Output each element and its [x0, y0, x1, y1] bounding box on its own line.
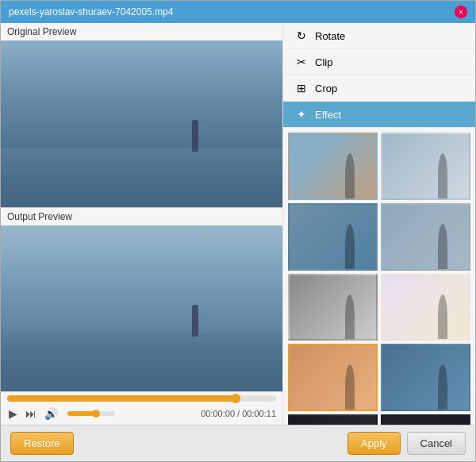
cancel-button[interactable]: Cancel	[407, 432, 466, 455]
scene-water-orig	[1, 148, 282, 206]
time-display: 00:00:00 / 00:00:11	[201, 409, 276, 418]
effect-label: Effect	[315, 109, 341, 121]
progress-bar[interactable]	[7, 395, 276, 402]
play-button[interactable]: ▶	[7, 406, 19, 422]
crop-label: Crop	[315, 83, 337, 94]
clip-label: Clip	[315, 56, 332, 68]
rotate-label: Rotate	[315, 30, 345, 42]
effect-section: Level:	[283, 128, 475, 425]
effect-thumb-3[interactable]	[288, 203, 378, 271]
restore-button[interactable]: Restore	[10, 432, 74, 455]
preview-section: Original Preview Output Preview	[1, 23, 282, 391]
controls-bar: ▶ ⏭ 🔊 00:00:00 / 00:00:11	[1, 391, 282, 425]
main-window: pexels-yaroslav-shuraev-7042005.mp4 × Or…	[0, 0, 476, 462]
volume-icon[interactable]: 🔊	[43, 406, 60, 422]
bottom-bar: Restore Apply Cancel	[1, 425, 475, 461]
menu-item-effect[interactable]: ✦ Effect	[283, 102, 475, 128]
volume-slider[interactable]	[67, 411, 115, 416]
menu-item-crop[interactable]: ⊞ Crop	[283, 75, 475, 102]
original-preview-label: Original Preview	[1, 23, 282, 40]
right-panel: ↻ Rotate ✂ Clip ⊞ Crop ✦ Effect	[283, 23, 475, 425]
step-button[interactable]: ⏭	[24, 406, 38, 422]
output-preview-label: Output Preview	[1, 208, 282, 225]
crop-icon: ⊞	[294, 82, 309, 94]
controls-row: ▶ ⏭ 🔊 00:00:00 / 00:00:11	[7, 406, 276, 422]
effect-thumb-9[interactable]	[288, 414, 378, 425]
scene-person-out	[192, 305, 198, 337]
clip-icon: ✂	[294, 56, 309, 68]
menu-item-clip[interactable]: ✂ Clip	[283, 49, 475, 75]
menu-item-rotate[interactable]: ↻ Rotate	[283, 23, 475, 49]
apply-button[interactable]: Apply	[347, 432, 401, 455]
effect-thumb-5[interactable]	[288, 274, 378, 341]
scene-water-out	[1, 333, 282, 391]
effect-grid	[283, 128, 475, 425]
close-button[interactable]: ×	[455, 6, 467, 18]
window-title: pexels-yaroslav-shuraev-7042005.mp4	[9, 6, 173, 17]
titlebar: pexels-yaroslav-shuraev-7042005.mp4 ×	[1, 1, 475, 23]
left-panel: Original Preview Output Preview	[1, 23, 283, 425]
main-content: Original Preview Output Preview	[1, 23, 475, 425]
rotate-icon: ↻	[294, 29, 309, 42]
volume-thumb	[92, 410, 100, 418]
scene-person-orig	[192, 120, 198, 152]
effect-thumb-6[interactable]	[381, 274, 470, 341]
effect-thumb-7[interactable]	[288, 344, 378, 411]
effect-thumb-8[interactable]	[381, 344, 470, 411]
effect-thumb-1[interactable]	[288, 133, 378, 200]
progress-fill	[7, 395, 236, 402]
effect-thumb-10[interactable]	[381, 414, 470, 425]
effect-thumb-4[interactable]	[381, 203, 470, 271]
effect-thumb-2[interactable]	[381, 133, 470, 200]
progress-thumb	[231, 394, 240, 403]
original-preview	[1, 40, 282, 207]
output-preview	[1, 225, 282, 392]
effect-icon: ✦	[294, 108, 309, 121]
action-buttons: Apply Cancel	[347, 432, 466, 455]
